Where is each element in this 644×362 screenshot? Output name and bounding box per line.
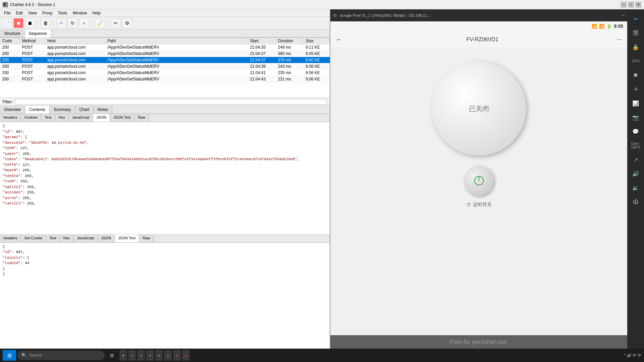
sub-tab-summary[interactable]: Summary	[50, 106, 75, 114]
menu-file[interactable]: File	[1, 10, 13, 16]
cell-method: POST	[20, 70, 45, 76]
signal-icon: 📶	[599, 24, 604, 29]
req-tab-json[interactable]: JSON	[93, 114, 110, 122]
record-button[interactable]: ⏺	[13, 18, 23, 28]
maximize-button[interactable]: □	[628, 2, 634, 8]
request-table[interactable]: Code Method Host Path Start Duration Siz…	[0, 38, 330, 98]
chrome-minimize[interactable]: ─	[622, 13, 625, 18]
menu-edit[interactable]: Edit	[13, 10, 25, 16]
taskbar-search[interactable]: 🔍 Search	[17, 351, 105, 360]
taskbar-app-2[interactable]: ●	[128, 350, 136, 361]
sidebar-chat-icon[interactable]: 💬	[629, 125, 642, 138]
table-row[interactable]: 200POSTapp.psmartcloud.com/App/ADevGetSt…	[0, 63, 330, 70]
sidebar-opengapps-icon[interactable]: OpenGAPS	[629, 139, 642, 152]
req-tab-headers[interactable]: Headers	[0, 114, 21, 122]
sidebar-share-icon[interactable]: ↗	[629, 153, 642, 166]
tools-button[interactable]: ✂	[111, 18, 121, 28]
resp-tab-raw[interactable]: Raw	[139, 235, 154, 242]
table-row[interactable]: 200POSTapp.psmartcloud.com/App/ADevGetSt…	[0, 70, 330, 76]
sidebar-camera-icon[interactable]: 📷	[629, 111, 642, 124]
sidebar-lock-icon[interactable]: 🔒	[629, 40, 642, 54]
stop-button[interactable]: ⏹	[25, 18, 35, 28]
menu-tools[interactable]: Tools	[55, 10, 70, 16]
sidebar-pen-icon[interactable]: ✏	[629, 12, 642, 25]
back-button[interactable]: ←	[336, 36, 342, 43]
sidebar-volume-up-icon[interactable]: 🔊	[629, 167, 642, 180]
tab-structure[interactable]: Structure	[0, 29, 25, 37]
code-line: "airVo": 255,	[3, 195, 327, 201]
power-button[interactable]	[464, 166, 494, 196]
close-button[interactable]: ✕	[635, 2, 641, 8]
validate-button[interactable]: ✓	[79, 18, 89, 28]
sidebar-gps-icon[interactable]: GPS	[629, 54, 642, 68]
minimize-button[interactable]: ─	[621, 2, 627, 8]
main-circle-control[interactable]: 已关闭	[432, 62, 526, 156]
req-tab-jsontext[interactable]: JSON Text	[110, 114, 135, 122]
code-line: "params": {	[3, 134, 327, 140]
time-display: 9:05	[614, 23, 623, 29]
new-session-button[interactable]: 📄	[2, 18, 12, 28]
col-code: Code	[0, 38, 20, 44]
cell-code: 200	[0, 76, 20, 82]
table-row[interactable]: 200POSTapp.psmartcloud.com/App/ADevSetSt…	[0, 57, 330, 63]
phone-screen: 📶 📶 🔋 9:05 ← FV-RZ06VD1 ··· 已关闭	[330, 21, 627, 362]
sub-tab-chart[interactable]: Chart	[75, 106, 93, 114]
sub-tab-contents[interactable]: Contents	[25, 106, 50, 114]
clear-session-button[interactable]: 🧹	[95, 18, 105, 28]
cell-path: /App/ADevGetStatusMidERV	[105, 44, 248, 51]
sidebar-move-icon[interactable]: ✛	[629, 82, 642, 96]
sidebar-volume-down-icon[interactable]: 🔉	[629, 181, 642, 194]
wifi-icon: 📶	[592, 24, 597, 29]
filter-input[interactable]	[15, 99, 327, 105]
timer-label[interactable]: ⏱ 定时开关	[466, 202, 492, 208]
req-tab-hex[interactable]: Hex	[55, 114, 69, 122]
sidebar-display-icon[interactable]: 📊	[629, 97, 642, 110]
taskbar-app-1[interactable]: ●	[119, 350, 127, 361]
clear-button[interactable]: 🗑	[41, 18, 51, 28]
code-line: }	[3, 272, 327, 277]
sub-tab-notes[interactable]: Notes	[94, 106, 112, 114]
sidebar-film-icon[interactable]: 🎬	[629, 26, 642, 40]
taskview-button[interactable]: ⊞	[106, 349, 118, 361]
resp-tab-javascript[interactable]: JavaScript	[73, 235, 98, 242]
menu-view[interactable]: View	[25, 10, 40, 16]
phone-status-bar: 📶 📶 🔋 9:05	[330, 21, 627, 31]
req-tab-javascript[interactable]: JavaScript	[69, 114, 93, 122]
resp-tab-hex[interactable]: Hex	[60, 235, 74, 242]
app5-icon: ●	[158, 353, 160, 357]
taskbar-app-3[interactable]: ●	[137, 350, 145, 361]
taskbar-app-7[interactable]: ●	[173, 350, 181, 361]
more-button[interactable]: ···	[617, 36, 622, 43]
req-tab-cookies[interactable]: Cookies	[21, 114, 42, 122]
start-button[interactable]: ⊞	[3, 350, 16, 361]
table-row[interactable]: 200POSTapp.psmartcloud.com/App/ADevGetSt…	[0, 76, 330, 82]
sidebar-power-icon[interactable]: ⏻	[629, 195, 642, 208]
taskbar-app-6[interactable]: ●	[164, 350, 172, 361]
phone-chrome-title: Google Pixel XL_1 (1440x2560, 560dpi) - …	[340, 13, 431, 17]
resp-tab-json[interactable]: JSON	[98, 235, 115, 242]
menu-help[interactable]: Help	[90, 10, 103, 16]
req-tab-text[interactable]: Text	[41, 114, 55, 122]
taskbar-app-4[interactable]: ●	[146, 350, 154, 361]
table-row[interactable]: 200POSTapp.psmartcloud.com/App/ADevGetSt…	[0, 51, 330, 57]
resp-tab-setcookie[interactable]: Set Cookie	[21, 235, 46, 242]
menu-proxy[interactable]: Proxy	[40, 10, 55, 16]
app7-icon: ●	[176, 353, 178, 357]
settings-button[interactable]: ⚙	[122, 18, 132, 28]
menu-window[interactable]: Window	[70, 10, 90, 16]
req-tab-raw[interactable]: Raw	[135, 114, 149, 122]
repeat-button[interactable]: ↻	[68, 18, 78, 28]
sidebar-record-icon[interactable]: ⏺	[629, 68, 642, 82]
taskbar-app-5[interactable]: ●	[155, 350, 163, 361]
taskbar-app-8[interactable]: ●	[182, 350, 190, 361]
compose-button[interactable]: ✏	[56, 18, 66, 28]
cell-host: app.psmartcloud.com	[45, 70, 106, 76]
resp-tab-text[interactable]: Text	[46, 235, 60, 242]
sub-tab-overview[interactable]: Overview	[0, 106, 25, 114]
charles-panel: File Edit View Proxy Tools Window Help 📄…	[0, 9, 330, 362]
resp-tab-jsontext[interactable]: JSON Text	[115, 235, 139, 242]
resp-tab-headers[interactable]: Headers	[0, 235, 21, 242]
filter-bar: Filter:	[0, 98, 330, 106]
tab-sequence[interactable]: Sequence	[25, 29, 51, 38]
table-row[interactable]: 200POSTapp.psmartcloud.com/App/ADevGetSt…	[0, 44, 330, 51]
